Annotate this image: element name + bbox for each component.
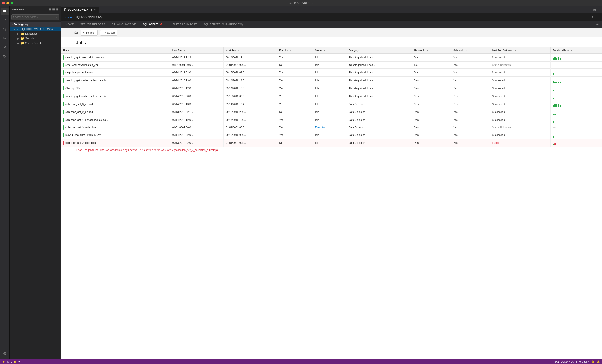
group-arrow: ▾ <box>11 23 13 26</box>
user-icon[interactable] <box>1 44 9 51</box>
table-row[interactable]: syspolicy_purge_history 09/14/2018 02:0.… <box>61 69 602 77</box>
table-row[interactable]: sysutility_get_views_data_into_cac... 09… <box>61 53 602 62</box>
job-enabled: Yes <box>277 92 313 100</box>
job-enabled: Yes <box>277 100 313 108</box>
job-previous-runs <box>551 53 602 62</box>
job-category: Data Collector <box>346 108 412 116</box>
settings-icon[interactable]: ⚙ <box>1 350 9 358</box>
search-input[interactable] <box>11 14 59 20</box>
main-tab[interactable]: 🗄 SQLTOOLSVNEXT-5 ✕ <box>61 7 99 13</box>
table-row[interactable]: collection_set_2_collection 09/13/2018 2… <box>61 139 602 147</box>
tab-sql-agent[interactable]: SQL AGENT 📌 ✕ <box>139 21 169 28</box>
server-objects-item[interactable]: ▶ 📁 Server Objects <box>10 41 61 46</box>
job-category: Data Collector <box>346 139 412 147</box>
page-title: Jobs <box>61 37 602 47</box>
job-enabled: Yes <box>277 53 313 62</box>
col-status-label: Status <box>315 49 322 52</box>
more-breadcrumb-icon[interactable]: ··· <box>596 15 599 19</box>
col-runnable[interactable]: Runnable ▼ <box>412 47 451 53</box>
col-status[interactable]: Status ▼ <box>313 47 346 53</box>
server-search: ✕ <box>11 14 59 20</box>
job-name-cell: collection_set_3_upload <box>61 100 170 108</box>
svg-rect-2 <box>3 13 6 13</box>
filter-icon[interactable]: ⊟ <box>52 8 55 11</box>
job-last-run: 09/14/2018 12:0... <box>170 116 224 124</box>
col-outcome-label: Last Run Outcome <box>492 49 513 52</box>
add-tab-icon[interactable]: + <box>596 22 600 27</box>
tab-sp-whoisactive[interactable]: SP_WHOISACTIVE <box>109 21 139 28</box>
refresh-breadcrumb-icon[interactable]: ↻ <box>592 15 594 19</box>
nav-tabs: HOME SERVER REPORTS SP_WHOISACTIVE SQL A… <box>61 21 602 28</box>
status-indicator <box>63 125 64 130</box>
status-smile-icon: 😊 <box>591 360 594 363</box>
tab-home[interactable]: HOME <box>63 21 77 28</box>
col-schedule[interactable]: Schedule ▼ <box>451 47 490 53</box>
clear-search-icon[interactable]: ✕ <box>55 15 58 19</box>
close-tab-icon[interactable]: ✕ <box>94 9 96 11</box>
job-schedule: Yes <box>451 84 490 92</box>
source-control-icon[interactable]: ✂ <box>1 35 9 42</box>
table-row[interactable]: sysutility_get_cache_tables_data_ir... 0… <box>61 77 602 84</box>
add-connection-icon[interactable]: ⊞ <box>48 8 51 11</box>
breadcrumb-home[interactable]: Home <box>64 16 72 19</box>
job-category: Data Collector <box>346 131 412 139</box>
job-runnable: Yes <box>412 116 451 124</box>
job-name-cell: sysutility_get_cache_tables_data_ir... <box>61 92 170 100</box>
job-name-cell: sysutility_get_views_data_into_cac... <box>61 53 170 62</box>
tab-sql-server-2019[interactable]: SQL SERVER 2019 (PREVIEW) <box>200 21 246 28</box>
security-item[interactable]: ▶ 📁 Security <box>10 36 61 41</box>
col-category[interactable]: Category ▼ <box>346 47 412 53</box>
breadcrumb: Home › SQLTOOLSVNEXT-5 ↻ ··· <box>61 13 602 21</box>
job-enabled: No <box>277 62 313 69</box>
table-row[interactable]: collection_set_3_upload 09/14/2018 13:3.… <box>61 100 602 108</box>
table-row[interactable]: Cleanup DBs 09/14/2018 12:0... 09/14/201… <box>61 84 602 92</box>
user-group-icon[interactable] <box>1 53 9 60</box>
job-last-run: 09/14/2018 13:3... <box>170 53 224 62</box>
table-row[interactable]: collection_set_3_collection 01/01/0001 0… <box>61 124 602 131</box>
table-row[interactable]: sysutility_get_cache_tables_data_ir... 0… <box>61 92 602 100</box>
table-row[interactable]: collection_set_1_noncached_collec... 09/… <box>61 116 602 124</box>
maximize-button[interactable] <box>11 2 13 4</box>
table-row[interactable]: mdw_purge_data_[keep_MDW] 09/14/2018 02:… <box>61 131 602 139</box>
close-button[interactable] <box>2 2 5 4</box>
job-outcome: Status Unknown <box>490 124 551 131</box>
table-row[interactable]: SmoBaselineVerification_Job 01/01/0001 0… <box>61 62 602 69</box>
job-enabled: Yes <box>277 69 313 77</box>
new-job-button[interactable]: + New Job <box>100 30 117 35</box>
titlebar: SQLTOOLSVNEXT-5 <box>0 0 602 6</box>
minimize-button[interactable] <box>6 2 9 4</box>
tab-flat-file-import[interactable]: FLAT FILE IMPORT <box>170 21 200 28</box>
col-prev-runs-sort: ▼ <box>570 49 572 52</box>
sql-agent-pin-icon[interactable]: 📌 <box>160 23 163 26</box>
collapse-icon[interactable]: ⊠ <box>56 8 59 11</box>
databases-item[interactable]: ▶ 📁 Databases <box>10 31 61 36</box>
job-next-run: 09/14/2018 18:0... <box>224 116 277 124</box>
col-next-run-sort: ▼ <box>237 49 239 52</box>
job-category: [Uncategorized (Loca... <box>346 69 412 77</box>
col-enabled[interactable]: Enabled ▼ <box>277 47 313 53</box>
job-name-cell: collection_set_3_collection <box>61 124 170 131</box>
col-previous-runs[interactable]: Previous Runs ▼ <box>551 47 602 53</box>
job-next-run: 09/13/2018 22:3... <box>224 108 277 116</box>
table-row[interactable]: collection_set_2_upload 09/13/2018 22:1.… <box>61 108 602 116</box>
sql-agent-close-icon[interactable]: ✕ <box>164 23 166 26</box>
status-right: SQLTOOLSVNEXT-5 : <default> 😊 🔔 <box>555 360 600 363</box>
window-controls <box>2 2 13 4</box>
col-last-run-outcome[interactable]: Last Run Outcome ▼ <box>490 47 551 53</box>
search-icon[interactable] <box>1 26 9 33</box>
explorer-icon[interactable] <box>1 17 9 24</box>
tools-group-header[interactable]: ▾ Tools group <box>10 22 61 27</box>
col-next-run[interactable]: Next Run ▼ <box>224 47 277 53</box>
job-runnable: Yes <box>412 124 451 131</box>
tab-server-reports[interactable]: SERVER REPORTS <box>77 21 108 28</box>
col-last-run[interactable]: Last Run ▼ <box>170 47 224 53</box>
server-item[interactable]: ▾ 🗄 SQLTOOLSVNEXT-5, <defa... <box>10 27 61 31</box>
col-category-sort: ▼ <box>360 49 362 52</box>
col-enabled-sort: ▼ <box>290 49 291 52</box>
job-last-run: 09/14/2018 13:0... <box>170 77 224 84</box>
more-icon[interactable]: ··· <box>598 8 600 11</box>
refresh-button[interactable]: ↻ Refresh <box>81 30 98 35</box>
col-name[interactable]: Name ▼ <box>61 47 170 53</box>
servers-icon[interactable] <box>1 8 9 15</box>
layout-icon[interactable]: ⊞ <box>593 8 596 12</box>
